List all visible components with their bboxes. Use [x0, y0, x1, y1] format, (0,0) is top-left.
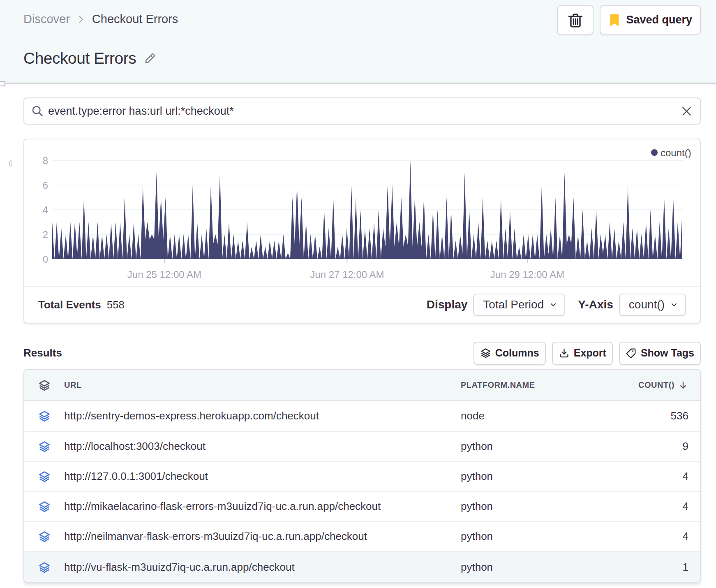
row-platform-cell: python: [461, 500, 640, 513]
stack-icon: [24, 561, 64, 574]
layers-icon: [480, 347, 491, 359]
export-button[interactable]: Export: [552, 342, 613, 365]
row-platform-cell: python: [461, 470, 640, 483]
stack-icon: [24, 530, 64, 543]
total-events-label: Total Events: [38, 299, 101, 311]
row-url-cell[interactable]: http://127.0.0.1:3001/checkout: [64, 470, 461, 483]
url-column-header[interactable]: URL: [64, 380, 461, 390]
row-url-cell[interactable]: http://localhost:3003/checkout: [64, 440, 461, 453]
svg-text:8: 8: [43, 155, 48, 166]
svg-text:Jun 29 12:00 AM: Jun 29 12:00 AM: [490, 269, 564, 280]
sidebar-collapse-tab[interactable]: [0, 81, 5, 86]
sort-desc-arrow-icon: [678, 380, 688, 391]
stack-icon: [24, 410, 64, 422]
svg-text:count(): count(): [661, 147, 691, 158]
total-events-value: 558: [107, 299, 125, 311]
table-row[interactable]: http://127.0.0.1:3001/checkoutpython4: [24, 461, 700, 491]
table-row[interactable]: http://localhost:3003/checkoutpython9: [24, 431, 700, 461]
row-url-cell[interactable]: http://neilmanvar-flask-errors-m3uuizd7i…: [64, 530, 461, 543]
table-header-row: URL PLATFORM.NAME COUNT(): [24, 370, 700, 401]
saved-query-label: Saved query: [626, 14, 692, 26]
platform-column-header[interactable]: PLATFORM.NAME: [461, 380, 640, 390]
row-platform-cell: node: [461, 410, 640, 422]
row-url-cell[interactable]: http://vu-flask-m3uuizd7iq-uc.a.run.app/…: [64, 561, 461, 574]
bookmark-icon: [608, 13, 621, 27]
chevron-right-icon: [76, 14, 86, 25]
yaxis-label: Y-Axis: [578, 298, 613, 311]
delete-query-button[interactable]: [557, 5, 594, 35]
breadcrumb-discover-link[interactable]: Discover: [23, 12, 70, 26]
breadcrumb-current: Checkout Errors: [92, 12, 178, 26]
svg-text:6: 6: [43, 180, 48, 191]
page-title: Checkout Errors: [23, 49, 136, 67]
row-count-cell: 4: [640, 470, 700, 483]
results-table: URL PLATFORM.NAME COUNT() http://sentry-…: [23, 369, 701, 583]
table-row[interactable]: http://neilmanvar-flask-errors-m3uuizd7i…: [24, 521, 700, 551]
display-label: Display: [427, 298, 468, 311]
tag-icon: [626, 347, 637, 359]
table-row[interactable]: http://mikaelacarino-flask-errors-m3uuiz…: [24, 491, 700, 521]
search-icon: [31, 105, 44, 117]
show-tags-button[interactable]: Show Tags: [619, 342, 701, 365]
row-count-cell: 4: [640, 500, 700, 513]
yaxis-dropdown-value: count(): [629, 298, 665, 311]
row-count-cell: 1: [640, 561, 700, 574]
show-tags-button-label: Show Tags: [641, 347, 694, 359]
svg-text:Jun 25 12:00 AM: Jun 25 12:00 AM: [127, 269, 201, 280]
stack-icon: [24, 379, 64, 391]
count-column-header[interactable]: COUNT(): [640, 380, 700, 391]
row-count-cell: 536: [640, 410, 700, 422]
row-platform-cell: python: [461, 440, 640, 453]
row-platform-cell: python: [461, 530, 640, 543]
stack-icon: [24, 440, 64, 453]
results-buttons: Columns Export Show Tags: [473, 342, 701, 365]
clear-search-icon[interactable]: [680, 105, 693, 118]
stack-icon: [24, 470, 64, 483]
download-icon: [559, 347, 570, 359]
row-count-cell: 4: [640, 530, 700, 543]
search-input[interactable]: event.type:error has:url url:*checkout*: [48, 105, 680, 118]
export-button-label: Export: [574, 347, 606, 359]
page-header: Discover Checkout Errors Saved query C: [0, 0, 716, 83]
svg-text:2: 2: [43, 229, 48, 240]
yaxis-dropdown[interactable]: count(): [619, 294, 686, 316]
display-dropdown[interactable]: Total Period: [473, 294, 565, 316]
row-count-cell: 9: [640, 440, 700, 453]
chart-footer-controls: Display Total Period Y-Axis count(): [427, 294, 686, 316]
svg-text:0: 0: [43, 254, 48, 265]
row-url-cell[interactable]: http://sentry-demos-express.herokuapp.co…: [64, 410, 461, 422]
header-actions: Saved query: [557, 5, 701, 35]
table-row[interactable]: http://sentry-demos-express.herokuapp.co…: [24, 401, 700, 431]
saved-query-button[interactable]: Saved query: [600, 5, 701, 35]
stack-icon: [24, 500, 64, 513]
chart-panel: 02468Jun 25 12:00 AMJun 27 12:00 AMJun 2…: [23, 139, 701, 324]
row-platform-cell: python: [461, 561, 640, 574]
table-row[interactable]: http://vu-flask-m3uuizd7iq-uc.a.run.app/…: [24, 551, 700, 583]
columns-button-label: Columns: [495, 347, 539, 359]
edit-pencil-icon[interactable]: [143, 51, 157, 66]
columns-button[interactable]: Columns: [473, 342, 546, 365]
svg-text:4: 4: [43, 204, 48, 215]
trash-icon: [567, 11, 584, 30]
total-events: Total Events 558: [38, 299, 125, 311]
chevron-down-icon: [670, 300, 679, 309]
search-bar[interactable]: event.type:error has:url url:*checkout*: [23, 97, 701, 125]
chevron-down-icon: [549, 300, 558, 309]
events-area-chart[interactable]: 02468Jun 25 12:00 AMJun 27 12:00 AMJun 2…: [24, 139, 700, 286]
table-body: http://sentry-demos-express.herokuapp.co…: [24, 401, 700, 583]
panel-resize-handle[interactable]: [9, 160, 12, 167]
row-url-cell[interactable]: http://mikaelacarino-flask-errors-m3uuiz…: [64, 500, 461, 513]
svg-text:Jun 27 12:00 AM: Jun 27 12:00 AM: [310, 269, 384, 280]
breadcrumb: Discover Checkout Errors: [23, 12, 178, 26]
chart-footer: Total Events 558 Display Total Period Y-…: [24, 286, 700, 323]
results-title: Results: [23, 347, 62, 359]
display-dropdown-value: Total Period: [483, 298, 544, 311]
results-toolbar: Results Columns Export: [23, 341, 701, 365]
